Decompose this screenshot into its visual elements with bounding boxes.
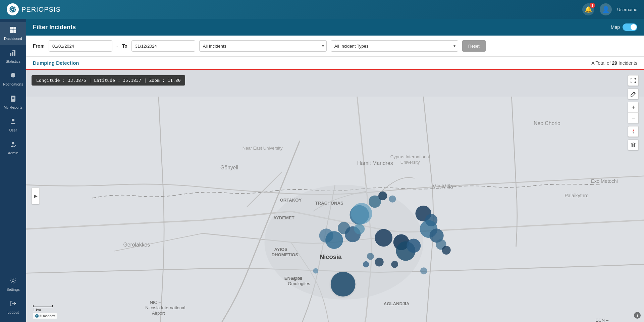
incident-types-select-wrapper: All Incident Types (331, 40, 458, 52)
filter-controls: From - To All Incidents All Incident Typ… (26, 36, 644, 57)
svg-point-71 (354, 224, 365, 234)
sidebar-item-settings[interactable]: Settings (0, 273, 26, 296)
dashboard-icon (9, 26, 17, 35)
svg-text:Hamit Mandres: Hamit Mandres (357, 160, 393, 166)
sidebar-item-dashboard-label: Dashboard (4, 37, 22, 41)
svg-point-77 (420, 267, 427, 274)
coordinate-display: Longitude : 33.3875 | Latitude : 35.1837… (32, 75, 185, 86)
sidebar-item-user-label: User (9, 128, 17, 132)
svg-text:University: University (400, 160, 420, 165)
scale-bar: 1 km (33, 305, 53, 312)
incidents-dropdown[interactable]: All Incidents (199, 40, 327, 52)
settings-icon (9, 277, 17, 286)
compass-button[interactable] (628, 126, 639, 137)
user-name-label: Username (617, 7, 637, 12)
svg-point-72 (375, 258, 383, 266)
svg-point-52 (331, 272, 356, 297)
svg-text:ORTAKÖY: ORTAKÖY (280, 198, 302, 203)
svg-text:NIC –: NIC – (150, 300, 161, 305)
svg-text:Airport: Airport (152, 311, 165, 316)
map-toggle: Map (611, 23, 637, 31)
svg-point-78 (351, 203, 372, 224)
side-panel-toggle[interactable]: ▶ (32, 187, 40, 204)
map-toggle-switch[interactable] (623, 23, 637, 31)
sidebar-item-dashboard[interactable]: Dashboard (0, 22, 26, 45)
svg-point-57 (407, 239, 421, 253)
svg-point-3 (12, 9, 13, 10)
mapbox-logo-icon (35, 314, 39, 318)
notification-button[interactable]: 🔔 1 (582, 3, 594, 15)
incidents-select-wrapper: All Incidents (199, 40, 327, 52)
incident-types-dropdown[interactable]: All Incident Types (331, 40, 458, 52)
svg-point-54 (375, 229, 392, 247)
svg-point-76 (313, 268, 318, 274)
svg-rect-5 (13, 27, 16, 30)
map-container[interactable]: Neo Chorio Near East University Cyprus I… (26, 70, 644, 322)
sidebar-item-notifications[interactable]: Notifications (0, 68, 26, 91)
edit-button[interactable] (628, 89, 639, 99)
svg-rect-8 (10, 53, 11, 56)
svg-marker-81 (633, 131, 634, 134)
svg-text:TRACHONAS: TRACHONAS (315, 201, 343, 206)
user-avatar-button[interactable]: 👤 (600, 3, 612, 15)
panel-toggle-icon: ▶ (34, 193, 38, 199)
sidebar-item-reports-label: My Reports (4, 105, 22, 110)
filter-bar-title: Filter Incidents (33, 24, 76, 31)
map-header: Dumping Detection A Total of 29 Incident… (26, 57, 644, 70)
svg-text:Palaikythro: Palaikythro (565, 193, 589, 198)
map-toggle-label: Map (611, 24, 620, 30)
svg-line-79 (633, 93, 635, 94)
attribution-label: © mapbox (40, 314, 55, 318)
to-date-input[interactable] (131, 40, 195, 52)
map-section-title: Dumping Detection (33, 60, 79, 66)
info-button[interactable]: ℹ (634, 312, 641, 319)
reset-button[interactable]: Reset (462, 40, 486, 52)
filter-bar: Filter Incidents Map (26, 19, 644, 36)
sidebar-item-logout[interactable]: Logout (0, 296, 26, 319)
sidebar-item-user[interactable]: User (0, 114, 26, 137)
navbar-right: 🔔 1 👤 Username (582, 3, 637, 15)
from-date-input[interactable] (49, 40, 112, 52)
fullscreen-button[interactable] (628, 75, 639, 86)
svg-point-73 (367, 253, 374, 260)
svg-text:AYDEMET: AYDEMET (273, 215, 294, 220)
svg-point-16 (12, 119, 14, 121)
svg-text:Cyprus International: Cyprus International (390, 154, 430, 159)
to-label: To (122, 43, 127, 49)
svg-point-59 (378, 192, 387, 200)
svg-point-74 (363, 261, 369, 267)
svg-text:Omologites: Omologites (288, 281, 310, 286)
notifications-icon (9, 72, 17, 81)
svg-text:Agioi: Agioi (291, 276, 301, 281)
sidebar-item-admin[interactable]: Admin (0, 137, 26, 159)
layers-button[interactable] (628, 140, 639, 150)
svg-rect-10 (14, 50, 15, 56)
svg-text:Nicosia: Nicosia (320, 253, 342, 260)
sidebar-item-statistics[interactable]: Statistics (0, 45, 26, 68)
svg-marker-80 (633, 129, 634, 131)
sidebar-item-logout-label: Logout (7, 310, 19, 315)
map-controls: + − (628, 75, 639, 150)
navbar-logo: PERIOPSIS (7, 3, 61, 15)
zoom-out-button[interactable]: − (628, 113, 639, 123)
map-section: Dumping Detection A Total of 29 Incident… (26, 57, 644, 322)
svg-text:DHOMETIOS: DHOMETIOS (272, 252, 299, 257)
svg-text:AYIOS: AYIOS (274, 247, 287, 252)
svg-text:Nicosia International: Nicosia International (145, 305, 185, 310)
svg-text:Mia Milia: Mia Milia (432, 184, 453, 190)
content-area: Filter Incidents Map From - To All Incid… (26, 19, 644, 322)
svg-point-68 (325, 231, 343, 249)
svg-point-83 (37, 315, 38, 316)
scale-label: 1 km (33, 308, 41, 312)
svg-text:Near East University: Near East University (243, 146, 283, 151)
svg-point-19 (12, 280, 14, 282)
incidents-count: A Total of 29 Incidents (591, 60, 637, 66)
navbar: PERIOPSIS 🔔 1 👤 Username (0, 0, 644, 19)
admin-icon (9, 141, 17, 150)
svg-rect-4 (10, 27, 13, 30)
notification-badge: 1 (590, 3, 595, 8)
sidebar-item-reports[interactable]: My Reports (0, 91, 26, 114)
zoom-in-button[interactable]: + (628, 102, 639, 113)
svg-rect-7 (13, 30, 16, 33)
brand-name: PERIOPSIS (21, 6, 61, 13)
